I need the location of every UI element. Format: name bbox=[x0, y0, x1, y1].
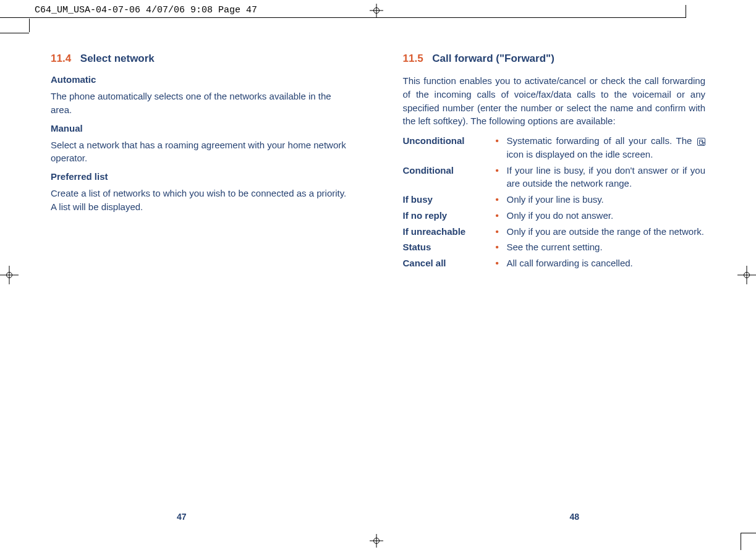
body-automatic: The phone automatically selects one of t… bbox=[51, 90, 354, 117]
bullet-icon: • bbox=[496, 256, 507, 270]
section-number: 11.5 bbox=[403, 53, 423, 64]
option-label: If no reply bbox=[403, 209, 496, 222]
page-right: 11.5 Call forward ("Forward") This funct… bbox=[378, 33, 727, 528]
subheading-automatic: Automatic bbox=[51, 74, 354, 85]
option-desc-post: icon is displayed on the idle screen. bbox=[507, 149, 653, 159]
option-label: Conditional bbox=[403, 164, 496, 191]
page-number-left: 47 bbox=[177, 512, 187, 522]
option-row: If busy•Only if your line is busy. bbox=[403, 193, 706, 206]
option-row: If no reply•Only if you do not answer. bbox=[403, 209, 706, 222]
option-label: Cancel all bbox=[403, 256, 496, 270]
bullet-icon: • bbox=[496, 164, 507, 191]
body-manual: Select a network that has a roaming agre… bbox=[51, 138, 354, 166]
option-label: Status bbox=[403, 240, 496, 254]
forward-icon bbox=[697, 138, 705, 146]
bullet-icon: • bbox=[496, 134, 507, 161]
bullet-icon: • bbox=[496, 209, 507, 222]
page-number-right: 48 bbox=[570, 512, 580, 522]
section-title: Call forward ("Forward") bbox=[432, 53, 554, 64]
option-description: All call forwarding is cancelled. bbox=[507, 256, 706, 270]
bullet-icon: • bbox=[496, 225, 507, 239]
bullet-icon: • bbox=[496, 193, 507, 206]
option-description: Only if your line is busy. bbox=[507, 193, 706, 206]
page-left: 11.4 Select network Automatic The phone … bbox=[30, 33, 378, 528]
intro-paragraph: This function enables you to activate/ca… bbox=[403, 74, 706, 128]
option-label: If unreachable bbox=[403, 225, 496, 239]
section-title: Select network bbox=[80, 53, 155, 64]
option-label: Unconditional bbox=[403, 134, 496, 161]
subheading-preferred-list: Preferred list bbox=[51, 171, 354, 182]
print-header: C64_UM_USA-04-07-06 4/07/06 9:08 Page 47 bbox=[0, 5, 756, 16]
spread: 11.4 Select network Automatic The phone … bbox=[30, 33, 726, 528]
registration-mark-right bbox=[737, 266, 756, 284]
crop-tick-top-right bbox=[686, 5, 686, 17]
option-row: Conditional•If your line is busy, if you… bbox=[403, 164, 706, 191]
registration-mark-bottom bbox=[370, 534, 383, 548]
registration-mark-top bbox=[370, 4, 383, 17]
section-heading-11-4: 11.4 Select network bbox=[51, 52, 354, 66]
section-number: 11.4 bbox=[51, 53, 71, 64]
option-description: If your line is busy, if you don't answe… bbox=[507, 164, 706, 191]
option-description: Only if you are outside the range of the… bbox=[507, 225, 706, 239]
subheading-manual: Manual bbox=[51, 123, 354, 133]
crop-tick-top-left-h bbox=[0, 33, 29, 33]
option-row: If unreachable•Only if you are outside t… bbox=[403, 225, 706, 239]
crop-tick-bottom-right-v bbox=[741, 533, 741, 550]
crop-tick-top-left-v bbox=[29, 19, 30, 32]
option-description: See the current setting. bbox=[507, 240, 706, 254]
print-info-text: C64_UM_USA-04-07-06 4/07/06 9:08 Page 47 bbox=[35, 5, 257, 15]
option-row: Cancel all•All call forwarding is cancel… bbox=[403, 256, 706, 270]
option-desc-pre: Systematic forwarding of all your calls.… bbox=[507, 135, 697, 146]
option-row: Unconditional•Systematic forwarding of a… bbox=[403, 134, 706, 161]
bullet-icon: • bbox=[496, 240, 507, 254]
option-label: If busy bbox=[403, 193, 496, 206]
option-description: Systematic forwarding of all your calls.… bbox=[507, 134, 706, 161]
body-preferred-list: Create a list of networks to which you w… bbox=[51, 187, 354, 214]
options-list: Unconditional•Systematic forwarding of a… bbox=[403, 134, 706, 270]
option-row: Status•See the current setting. bbox=[403, 240, 706, 254]
registration-mark-left bbox=[0, 266, 19, 284]
option-description: Only if you do not answer. bbox=[507, 209, 706, 222]
crop-tick-bottom-right-h bbox=[741, 533, 756, 533]
section-heading-11-5: 11.5 Call forward ("Forward") bbox=[403, 52, 706, 66]
crop-rule-top bbox=[0, 17, 686, 18]
